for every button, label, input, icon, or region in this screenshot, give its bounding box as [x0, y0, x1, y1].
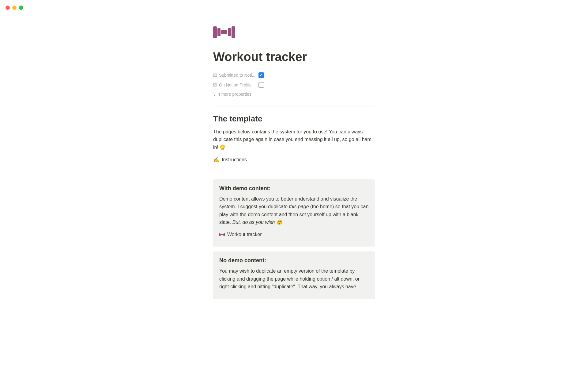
svg-rect-4 [232, 26, 235, 38]
properties-section: ☑ Submitted to Noti... ☑ On Notion Profi… [213, 70, 375, 99]
divider-2 [213, 172, 375, 172]
instructions-emoji: ✍️ [213, 156, 219, 163]
svg-rect-5 [219, 233, 220, 236]
no-demo-description: You may wish to duplicate an empty versi… [219, 267, 369, 291]
checkbox-unchecked[interactable] [258, 82, 264, 88]
no-demo-heading: No demo content: [219, 256, 369, 265]
template-heading: The template [213, 114, 375, 124]
instructions-link[interactable]: ✍️ Instructions [213, 155, 375, 164]
traffic-light-green[interactable] [19, 6, 23, 10]
more-properties[interactable]: ∨ 4 more properties [213, 90, 375, 99]
svg-rect-2 [221, 30, 227, 34]
checkbox-icon-submitted: ☑ [213, 72, 217, 79]
traffic-light-red[interactable] [6, 6, 10, 10]
svg-rect-0 [213, 26, 217, 38]
page-content: Workout tracker ☑ Submitted to Noti... ☑… [184, 0, 404, 361]
traffic-light-yellow[interactable] [12, 6, 17, 10]
submitted-value[interactable] [258, 72, 264, 78]
workout-tracker-link[interactable]: Workout tracker [219, 230, 369, 239]
with-demo-section: With demo content: Demo content allows y… [213, 179, 375, 247]
page-icon [213, 25, 375, 42]
divider-1 [213, 106, 375, 106]
dumbbell-icon [213, 25, 235, 40]
workout-tracker-label: Workout tracker [227, 231, 262, 238]
template-section: The template The pages below contains th… [213, 114, 375, 164]
with-demo-description: Demo content allows you to better unders… [219, 195, 369, 226]
svg-rect-8 [223, 234, 224, 236]
checkbox-icon-on-notion: ☑ [213, 82, 217, 88]
on-notion-value[interactable] [258, 82, 264, 88]
traffic-lights [6, 6, 23, 10]
no-demo-section: No demo content: You may wish to duplica… [213, 251, 375, 299]
svg-rect-6 [220, 234, 221, 236]
property-row-on-notion: ☑ On Notion Profile [213, 80, 375, 90]
submitted-label: ☑ Submitted to Noti... [213, 72, 256, 79]
svg-rect-1 [217, 28, 221, 36]
svg-rect-7 [221, 234, 223, 235]
with-demo-heading: With demo content: [219, 184, 369, 193]
checkbox-checked[interactable] [258, 72, 264, 78]
svg-rect-3 [228, 28, 231, 36]
template-description: The pages below contains the system for … [213, 128, 375, 151]
property-row-submitted: ☑ Submitted to Noti... [213, 70, 375, 80]
svg-rect-9 [224, 233, 225, 236]
chevron-down-icon: ∨ [213, 92, 216, 97]
workout-tracker-icon [219, 232, 225, 237]
on-notion-label: ☑ On Notion Profile [213, 82, 256, 88]
page-title: Workout tracker [213, 49, 375, 64]
instructions-label: Instructions [222, 156, 247, 163]
